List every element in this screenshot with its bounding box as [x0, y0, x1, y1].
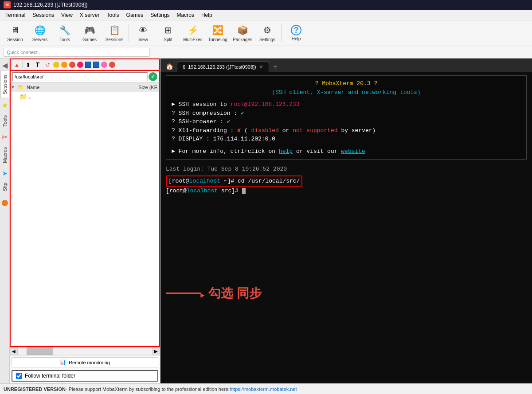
help-link[interactable]: help — [279, 148, 293, 155]
tab-close-button[interactable]: ✕ — [259, 64, 263, 70]
games-button[interactable]: 🎮 Games — [78, 22, 101, 44]
command-line-1: [root@localhost ~]# cd /usr/local/src/ — [166, 176, 527, 187]
file-scrollbar: ◀ ▶ — [10, 347, 160, 355]
tools-button[interactable]: 🔧 Tools — [53, 22, 76, 44]
info-ssh-line: ► SSH session to root@192.168.126.233 — [172, 100, 521, 109]
multiexec-button[interactable]: ⚡ MultiExec — [181, 22, 204, 44]
settings-icon: ⚙ — [261, 24, 274, 36]
menu-settings[interactable]: Settings — [147, 11, 173, 19]
sessions-icon: 📋 — [108, 24, 121, 36]
tunneling-button[interactable]: 🔀 Tunneling — [206, 22, 229, 44]
color-red-icon — [69, 62, 75, 68]
orange-circle-icon — [2, 200, 8, 206]
menu-games[interactable]: Games — [123, 11, 147, 19]
folder-icon: 📁 — [20, 93, 27, 100]
info-line2: (SSH client, X-server and networking too… — [172, 88, 521, 97]
new-tab-button[interactable]: + — [270, 62, 281, 72]
command-line-2: [root@localhost src]# — [166, 187, 527, 195]
sidebar-collapse-icon[interactable]: ◀ — [1, 60, 8, 70]
file-cursor-button[interactable]: ⬆ — [23, 60, 32, 69]
remote-monitoring-button[interactable]: 📊 Remote monitoring — [12, 357, 158, 367]
file-separator-v — [22, 61, 23, 68]
file-list: 📁 .. — [10, 92, 160, 347]
multiexec-icon: ⚡ — [187, 24, 199, 36]
path-input[interactable] — [12, 72, 148, 81]
sessions-button[interactable]: 📋 Sessions — [103, 22, 126, 44]
path-ok-button[interactable]: ✓ — [149, 72, 157, 81]
scissors-icon: ✂ — [1, 131, 8, 143]
sort-arrow[interactable]: ▼ — [11, 85, 18, 90]
sidebar-item-tools[interactable]: Tools — [0, 111, 9, 131]
scroll-thumb[interactable] — [27, 347, 53, 355]
toolbar-separator-1 — [129, 24, 129, 42]
info-ssh-prefix: ► SSH session to — [172, 101, 231, 108]
split-icon: ⊞ — [162, 24, 174, 36]
follow-terminal-container: Follow terminal folder — [12, 370, 158, 382]
website-link[interactable]: website — [341, 148, 365, 155]
menu-macros[interactable]: Macros — [173, 11, 198, 19]
annotation-area: ▶ 勾选 同步 — [166, 284, 527, 303]
session-button[interactable]: 🖥 Session — [4, 22, 27, 44]
name-column-header[interactable]: Name — [25, 85, 124, 90]
view-button[interactable]: 👁 View — [132, 22, 155, 44]
info-line1: ? MobaXterm 20.3 ? — [172, 79, 521, 88]
scroll-right-button[interactable]: ▶ — [152, 347, 160, 355]
red-dot-icon — [109, 62, 115, 68]
home-tab-button[interactable]: 🏠 — [162, 61, 177, 72]
path-bar: ✓ — [10, 71, 160, 82]
info-compression: ? SSH compression : ✔ — [172, 109, 521, 118]
mobatek-link[interactable]: https://mobaxterm.mobatek.net — [230, 386, 297, 392]
toolbar: 🖥 Session 🌐 Servers 🔧 Tools 🎮 Games 📋 Se… — [0, 20, 532, 46]
app-icon: M — [4, 1, 11, 8]
file-up-button[interactable]: ▲ — [12, 60, 21, 69]
menu-sessions[interactable]: Sessions — [29, 11, 58, 19]
help-button[interactable]: ? Help — [285, 22, 308, 44]
info-x11: ? X11-forwarding : ✘ ( disabled or not s… — [172, 126, 521, 135]
cursor-block — [242, 188, 246, 194]
follow-terminal-label[interactable]: Follow terminal folder — [12, 370, 158, 382]
settings-button[interactable]: ⚙ Settings — [256, 22, 279, 44]
arrow-line: ▶ — [166, 293, 201, 294]
scroll-track[interactable] — [18, 347, 152, 355]
packages-button[interactable]: 📦 Packages — [231, 22, 254, 44]
monitor-icon: 📊 — [60, 359, 66, 365]
quickconnect-input[interactable] — [4, 48, 150, 57]
list-item[interactable]: 📁 .. — [11, 92, 159, 101]
sidebar-item-macros[interactable]: Macros — [0, 143, 9, 167]
terminal-area: 🏠 6. 192.168.126.233 ([JTtest0908]) ✕ + … — [160, 59, 532, 383]
menubar: Terminal Sessions View X server Tools Ga… — [0, 10, 532, 20]
unregistered-label: UNREGISTERED VERSION — [4, 386, 66, 392]
file-refresh-button[interactable]: ↺ — [43, 60, 52, 69]
games-icon: 🎮 — [83, 24, 96, 36]
file-list-header: ▼ 📁 Name Size (KE — [10, 82, 160, 92]
sidebar-item-sftp[interactable]: Sftp — [0, 179, 9, 195]
terminal-content[interactable]: ? MobaXterm 20.3 ? (SSH client, X-server… — [160, 72, 532, 383]
view-icon: 👁 — [137, 24, 149, 36]
last-login-line: Last login: Tue Sep 8 19:26:52 2020 — [166, 165, 527, 174]
packages-icon: 📦 — [236, 24, 249, 36]
color-orange-icon — [61, 62, 67, 68]
menu-view[interactable]: View — [58, 11, 76, 19]
follow-terminal-checkbox[interactable] — [16, 373, 22, 379]
arrow-head: ▶ — [200, 290, 205, 301]
info-subtitle: (SSH client, X-server and networking too… — [272, 89, 420, 96]
menu-xserver[interactable]: X server — [76, 11, 103, 19]
file-t-button[interactable]: T — [33, 60, 42, 69]
star-icon: ★ — [1, 99, 9, 111]
tools-icon: 🔧 — [59, 24, 71, 36]
command-highlight-box: [root@localhost ~]# cd /usr/local/src/ — [166, 176, 302, 187]
terminal-tab-active[interactable]: 6. 192.168.126.233 ([JTtest0908]) ✕ — [177, 62, 269, 72]
servers-button[interactable]: 🌐 Servers — [28, 22, 51, 44]
scroll-left-button[interactable]: ◀ — [10, 347, 18, 355]
blue-block-icon — [85, 62, 91, 68]
file-toolbar: ▲ ⬆ T ↺ — [10, 59, 160, 71]
left-sidebar: ◀ Sessions ★ Tools ✂ Macros ➤ Sftp — [0, 59, 10, 383]
menu-terminal[interactable]: Terminal — [2, 11, 29, 19]
hostname-1: localhost — [189, 178, 220, 184]
info-title: ? MobaXterm 20.3 ? — [315, 80, 377, 87]
menu-help[interactable]: Help — [198, 11, 216, 19]
menu-tools[interactable]: Tools — [103, 11, 123, 19]
split-button[interactable]: ⊞ Split — [156, 22, 180, 44]
sidebar-item-sessions[interactable]: Sessions — [0, 70, 9, 98]
color-pink-icon — [77, 62, 83, 68]
